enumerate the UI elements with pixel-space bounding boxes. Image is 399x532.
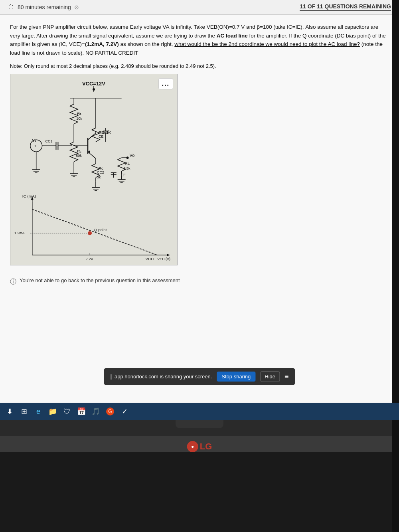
lg-circle-icon: ●	[187, 441, 198, 452]
svg-text:+: +	[34, 144, 37, 148]
svg-text:CE: CE	[99, 135, 103, 139]
svg-text:☞: ☞	[121, 172, 126, 178]
taskbar-shield-icon[interactable]: 🛡	[61, 405, 73, 418]
grid-icon: ≡	[284, 372, 289, 381]
monitor-screen: ⏱ 80 minutes remaining ⊘ 11 OF 11 QUESTI…	[0, 0, 399, 420]
circuit-area: ... VCC=12V	[10, 74, 389, 265]
more-options-button[interactable]: ...	[158, 78, 173, 89]
svg-text:IC (mA): IC (mA)	[22, 194, 36, 198]
svg-text:VCC=12V: VCC=12V	[82, 81, 105, 87]
svg-text:Q-point: Q-point	[94, 228, 107, 232]
monitor-foot	[176, 420, 223, 428]
taskbar-start-icon[interactable]: ⬇	[3, 405, 16, 418]
svg-text:VEC (V): VEC (V)	[157, 257, 170, 261]
taskbar-folder-icon[interactable]: 📁	[46, 405, 59, 418]
timer-section: ⏱ 80 minutes remaining ⊘	[8, 4, 79, 11]
circuit-svg: VCC=12V R₁ 10k	[10, 74, 177, 265]
right-edge-bezel	[392, 0, 399, 532]
svg-text:RL: RL	[125, 161, 130, 166]
taskbar-check-icon[interactable]: ✓	[118, 405, 131, 418]
taskbar: ⬇ ⊞ e 📁 🛡 📅 🎵 G ✓	[0, 403, 399, 420]
taskbar-edge-icon[interactable]: e	[32, 405, 45, 418]
questions-remaining: 11 OF 11 QUESTIONS REMAINING	[300, 3, 391, 11]
timer-label: 80 minutes remaining	[18, 4, 71, 10]
svg-text:G: G	[108, 409, 112, 414]
top-bar: ⏱ 80 minutes remaining ⊘ 11 OF 11 QUESTI…	[0, 0, 399, 15]
svg-text:R₁: R₁	[77, 111, 81, 116]
svg-point-3	[93, 88, 95, 91]
svg-text:‡: ‡	[108, 130, 110, 134]
svg-text:50k: 50k	[76, 154, 82, 158]
svg-text:Rc: Rc	[99, 166, 103, 170]
pause-icon: ⊘	[74, 4, 79, 10]
stop-sharing-button[interactable]: Stop sharing	[217, 372, 255, 382]
lg-logo: ● LG	[187, 441, 212, 452]
svg-text:R₂: R₂	[77, 149, 81, 154]
svg-text:CC2: CC2	[97, 170, 104, 174]
svg-text:CC1: CC1	[45, 140, 53, 144]
question-body: For the given PNP amplifier circuit belo…	[10, 23, 389, 57]
svg-text:Vs: Vs	[32, 139, 37, 143]
svg-text:VCC: VCC	[145, 257, 154, 261]
taskbar-windows-icon[interactable]: ⊞	[18, 405, 30, 418]
timer-icon: ⏱	[8, 4, 14, 11]
svg-text:Vo: Vo	[130, 153, 135, 158]
info-notice: ⓘ You're not able to go back to the prev…	[10, 273, 389, 290]
taskbar-calendar-icon[interactable]: 📅	[75, 405, 88, 418]
svg-text:1.2mA: 1.2mA	[14, 231, 25, 235]
main-content: For the given PNP amplifier circuit belo…	[0, 15, 399, 420]
svg-text:10k: 10k	[76, 117, 82, 121]
svg-text:3k: 3k	[97, 175, 101, 179]
svg-text:7.2V: 7.2V	[86, 257, 93, 261]
hide-button[interactable]: Hide	[260, 371, 280, 382]
monitor-bottom: ● LG	[0, 420, 399, 532]
desk-lower: ● LG	[0, 452, 399, 532]
svg-text:8.5k: 8.5k	[124, 166, 130, 170]
taskbar-browser-icon[interactable]: G	[104, 405, 117, 418]
screen-share-banner: ‖ app.honorlock.com is sharing your scre…	[104, 368, 295, 385]
screen-share-text: ‖ app.honorlock.com is sharing your scre…	[110, 374, 212, 380]
lg-text: LG	[200, 441, 212, 452]
info-notice-text: You're not able to go back to the previo…	[20, 277, 180, 283]
taskbar-media-icon[interactable]: 🎵	[89, 405, 102, 418]
circuit-diagram: ... VCC=12V	[10, 74, 178, 265]
note-text: Note: Only round at most 2 decimal place…	[10, 63, 389, 69]
info-icon: ⓘ	[10, 278, 16, 286]
